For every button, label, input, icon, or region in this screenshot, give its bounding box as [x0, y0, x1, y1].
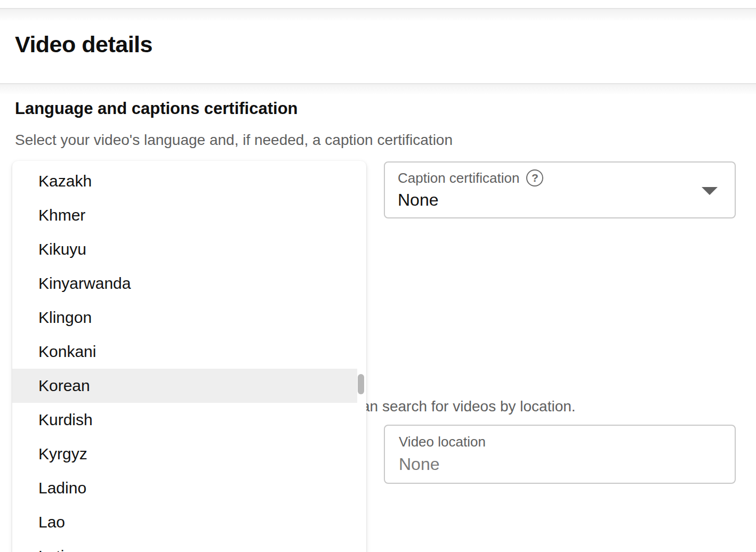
caption-certification-select[interactable]: Caption certification ? None [384, 161, 736, 218]
video-location-label: Video location [399, 433, 486, 450]
video-location-value: None [399, 453, 721, 475]
language-option[interactable]: Kikuyu [12, 232, 357, 266]
scrollbar-thumb[interactable] [358, 374, 364, 394]
language-section-heading: Language and captions certification [15, 99, 298, 118]
language-dropdown-list: KazakhKhmerKikuyuKinyarwandaKlingonKonka… [12, 161, 366, 552]
location-description-fragment: an search for videos by location. [361, 398, 576, 415]
language-option[interactable]: Konkani [12, 335, 357, 369]
top-shadow [0, 9, 756, 22]
header-shadow [0, 84, 756, 95]
caption-certification-value: None [398, 189, 722, 210]
language-option[interactable]: Latin [12, 539, 357, 552]
language-section-description: Select your video's language and, if nee… [15, 132, 453, 149]
language-option[interactable]: Lao [12, 505, 357, 539]
language-option[interactable]: Kyrgyz [12, 437, 357, 471]
language-option[interactable]: Kurdish [12, 403, 357, 437]
help-icon[interactable]: ? [526, 169, 543, 186]
video-location-field[interactable]: Video location None [384, 425, 736, 484]
language-option[interactable]: Kinyarwanda [12, 266, 357, 301]
language-options: KazakhKhmerKikuyuKinyarwandaKlingonKonka… [12, 164, 366, 552]
language-option[interactable]: Khmer [12, 198, 357, 232]
language-option[interactable]: Ladino [12, 471, 357, 505]
arrow-drop-down-icon[interactable] [702, 187, 718, 195]
page-title: Video details [15, 32, 152, 57]
language-option[interactable]: Korean [12, 369, 357, 403]
language-option[interactable]: Klingon [12, 301, 357, 335]
caption-certification-label: Caption certification [398, 169, 519, 186]
language-option[interactable]: Kazakh [12, 164, 357, 198]
